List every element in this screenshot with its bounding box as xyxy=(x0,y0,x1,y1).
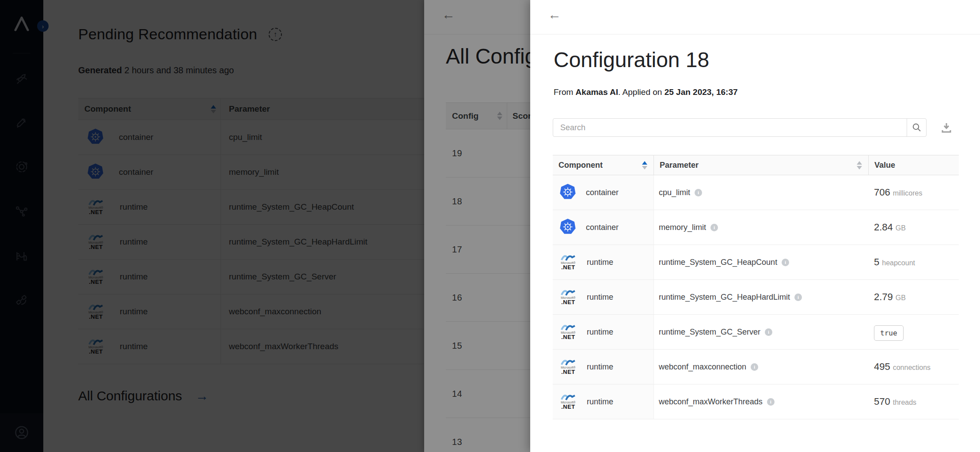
parameter-value: 706 xyxy=(874,187,890,198)
column-header-value[interactable]: Value xyxy=(869,155,959,175)
component-name: runtime xyxy=(587,293,613,302)
component-name: runtime xyxy=(587,397,613,407)
download-icon xyxy=(940,121,953,134)
table-row[interactable]: Microsoft® .NET container memory_limit i… xyxy=(553,210,959,245)
parameter-name: cpu_limit xyxy=(659,188,690,197)
kubernetes-icon xyxy=(559,183,576,202)
parameter-value: 495 xyxy=(874,361,890,373)
table-row[interactable]: Microsoft® .NET runtime runtime_System_G… xyxy=(553,280,959,315)
config-parameters-table-body: Microsoft® .NET container cpu_limit i 70… xyxy=(553,175,959,419)
dotnet-icon: Microsoft® .NET xyxy=(559,288,577,306)
from-label: From xyxy=(554,87,576,97)
parameter-value: 570 xyxy=(874,396,890,407)
component-name: container xyxy=(586,188,619,197)
table-row[interactable]: Microsoft® .NET container cpu_limit i 70… xyxy=(553,175,959,210)
component-name: container xyxy=(586,223,619,232)
sort-icon xyxy=(857,161,862,170)
drawer-subtitle: From Akamas AI. Applied on 25 Jan 2023, … xyxy=(554,87,738,97)
search-icon xyxy=(912,123,922,132)
download-button[interactable] xyxy=(939,120,954,135)
column-label: Value xyxy=(874,161,895,170)
back-arrow-icon[interactable]: ← xyxy=(548,7,561,22)
boolean-value-chip: true xyxy=(874,325,904,341)
source-name: Akamas AI xyxy=(576,87,618,97)
dotnet-icon: Microsoft® .NET xyxy=(559,358,577,376)
table-row[interactable]: Microsoft® .NET runtime runtime_System_G… xyxy=(553,245,959,280)
parameter-unit: heapcount xyxy=(882,259,915,267)
table-row[interactable]: Microsoft® .NET runtime runtime_System_G… xyxy=(553,315,959,350)
applied-label: . Applied on xyxy=(618,87,665,97)
component-name: runtime xyxy=(587,258,613,267)
component-name: runtime xyxy=(587,362,613,372)
info-icon[interactable]: i xyxy=(794,294,802,301)
parameter-name: runtime_System_GC_HeapCount xyxy=(659,258,777,267)
component-name: runtime xyxy=(587,328,613,337)
info-icon[interactable]: i xyxy=(765,328,772,336)
search-button[interactable] xyxy=(907,119,926,136)
info-icon[interactable]: i xyxy=(782,259,789,266)
search-bar xyxy=(553,118,927,137)
column-header-parameter[interactable]: Parameter xyxy=(654,155,869,175)
parameter-name: memory_limit xyxy=(659,223,706,232)
parameter-unit: connections xyxy=(893,364,931,372)
info-icon[interactable]: i xyxy=(767,398,775,406)
parameter-name: runtime_System_GC_HeapHardLimit xyxy=(659,293,790,302)
column-label: Component xyxy=(558,161,603,170)
parameter-name: webconf_maxWorkerThreads xyxy=(659,397,763,407)
parameter-unit: GB xyxy=(896,294,906,302)
parameter-value: 5 xyxy=(874,256,879,268)
parameter-unit: millicores xyxy=(893,189,923,197)
info-icon[interactable]: i xyxy=(695,189,702,196)
table-row[interactable]: Microsoft® .NET runtime webconf_maxWorke… xyxy=(553,384,959,419)
kubernetes-icon xyxy=(559,218,576,237)
drawer-topbar: ← xyxy=(530,0,980,34)
parameter-unit: threads xyxy=(893,399,916,407)
info-icon[interactable]: i xyxy=(751,363,758,371)
search-input[interactable] xyxy=(553,119,907,136)
info-icon[interactable]: i xyxy=(710,224,718,231)
parameter-name: runtime_System_GC_Server xyxy=(659,328,760,337)
parameter-value: 2.79 xyxy=(874,291,893,303)
dotnet-icon: Microsoft® .NET xyxy=(559,392,577,411)
parameter-name: webconf_maxconnection xyxy=(659,362,746,372)
configuration-detail-drawer: ← Configuration 18 From Akamas AI. Appli… xyxy=(530,0,980,452)
sort-icon xyxy=(642,161,647,170)
parameter-unit: GB xyxy=(896,224,906,232)
config-parameters-table: Component Parameter Value xyxy=(553,155,959,419)
column-header-component[interactable]: Component xyxy=(553,155,654,175)
table-header-row: Component Parameter Value xyxy=(553,155,959,175)
parameter-value: 2.84 xyxy=(874,222,893,233)
table-row[interactable]: Microsoft® .NET runtime webconf_maxconne… xyxy=(553,350,959,384)
dotnet-icon: Microsoft® .NET xyxy=(559,253,577,271)
drawer-title: Configuration 18 xyxy=(554,48,709,72)
dotnet-icon: Microsoft® .NET xyxy=(559,323,577,341)
column-label: Parameter xyxy=(660,161,699,170)
applied-date: 25 Jan 2023, 16:37 xyxy=(665,87,738,97)
